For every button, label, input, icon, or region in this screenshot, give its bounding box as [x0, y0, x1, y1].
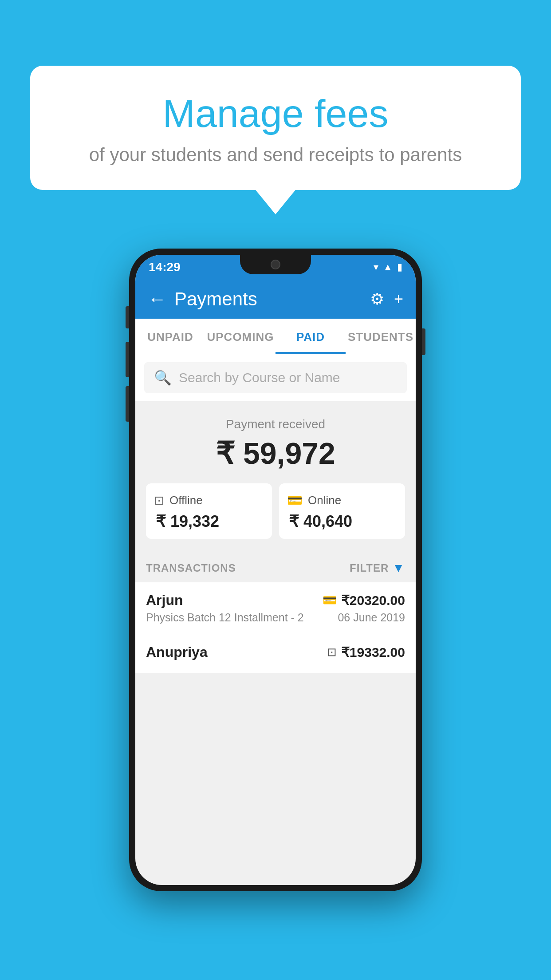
transaction-amount-row: 💳 ₹20320.00 — [323, 593, 405, 608]
phone-side-button-left-1 — [126, 306, 129, 328]
transaction-item-anupriya[interactable]: Anupriya ⊡ ₹19332.00 — [135, 634, 416, 673]
payment-total: ₹ 59,972 — [144, 436, 407, 471]
transaction-amount-arjun: ₹20320.00 — [341, 593, 405, 608]
online-card: 💳 Online ₹ 40,640 — [279, 483, 405, 539]
phone-screen: 14:29 ▾ ▲ ▮ ← Payments ⚙ + UNPAID — [135, 255, 416, 885]
offline-card: ⊡ Offline ₹ 19,332 — [146, 483, 272, 539]
transaction-row2: Physics Batch 12 Installment - 2 06 June… — [146, 611, 405, 624]
transaction-amount-anupriya: ₹19332.00 — [341, 644, 405, 660]
filter-icon: ▼ — [392, 561, 405, 575]
transactions-header: TRANSACTIONS FILTER ▼ — [135, 551, 416, 582]
online-icon: 💳 — [287, 493, 303, 508]
online-label: Online — [308, 494, 341, 507]
transaction-name-anupriya: Anupriya — [146, 644, 208, 660]
phone-outer: 14:29 ▾ ▲ ▮ ← Payments ⚙ + UNPAID — [129, 249, 422, 891]
back-button[interactable]: ← — [148, 288, 166, 310]
online-amount: ₹ 40,640 — [289, 512, 397, 531]
phone-notch — [240, 255, 311, 274]
tab-unpaid[interactable]: UNPAID — [135, 319, 205, 354]
transaction-name-arjun: Arjun — [146, 592, 183, 609]
transaction-row1: Arjun 💳 ₹20320.00 — [146, 592, 405, 609]
transaction-date-arjun: 06 June 2019 — [338, 611, 405, 624]
search-container: 🔍 Search by Course or Name — [135, 354, 416, 401]
app-bar-icons: ⚙ + — [370, 290, 403, 308]
offline-icon: ⊡ — [154, 493, 164, 508]
battery-icon: ▮ — [397, 261, 402, 273]
search-bar[interactable]: 🔍 Search by Course or Name — [144, 362, 407, 393]
payment-label: Payment received — [144, 417, 407, 431]
add-icon[interactable]: + — [394, 290, 403, 308]
tab-paid[interactable]: PAID — [276, 319, 346, 354]
transactions-label: TRANSACTIONS — [146, 562, 236, 574]
filter-button[interactable]: FILTER ▼ — [350, 561, 405, 575]
tab-students[interactable]: STUDENTS — [346, 319, 416, 354]
transaction-course-arjun: Physics Batch 12 Installment - 2 — [146, 611, 304, 624]
tab-upcoming[interactable]: UPCOMING — [205, 319, 276, 354]
phone-wrapper: 14:29 ▾ ▲ ▮ ← Payments ⚙ + UNPAID — [129, 249, 422, 891]
wifi-icon: ▾ — [374, 261, 378, 273]
speech-bubble-subtitle: of your students and send receipts to pa… — [61, 144, 490, 166]
card-icon: 💳 — [323, 593, 337, 607]
phone-side-button-right — [422, 328, 425, 355]
transaction-amount-row-anupriya: ⊡ ₹19332.00 — [327, 644, 405, 660]
phone-side-button-left-3 — [126, 386, 129, 422]
status-time: 14:29 — [149, 260, 181, 274]
transaction-item-arjun[interactable]: Arjun 💳 ₹20320.00 Physics Batch 12 Insta… — [135, 582, 416, 634]
settings-icon[interactable]: ⚙ — [370, 290, 384, 308]
speech-bubble-title: Manage fees — [61, 92, 490, 135]
app-title: Payments — [174, 288, 370, 310]
offline-amount: ₹ 19,332 — [156, 512, 264, 531]
filter-label: FILTER — [350, 562, 389, 574]
status-icons: ▾ ▲ ▮ — [374, 261, 402, 273]
payment-summary: Payment received ₹ 59,972 ⊡ Offline ₹ 19… — [135, 401, 416, 551]
offline-card-header: ⊡ Offline — [154, 493, 264, 508]
phone-side-button-left-2 — [126, 342, 129, 377]
payment-cards: ⊡ Offline ₹ 19,332 💳 Online ₹ 40,640 — [146, 483, 405, 539]
cash-icon: ⊡ — [327, 645, 337, 659]
search-placeholder: Search by Course or Name — [179, 370, 340, 385]
search-icon: 🔍 — [154, 369, 172, 386]
offline-label: Offline — [169, 494, 203, 507]
tabs: UNPAID UPCOMING PAID STUDENTS — [135, 319, 416, 354]
phone-camera — [271, 260, 280, 269]
transaction-row1-anupriya: Anupriya ⊡ ₹19332.00 — [146, 644, 405, 660]
speech-bubble-arrow — [256, 190, 295, 214]
speech-bubble: Manage fees of your students and send re… — [30, 66, 521, 190]
app-bar: ← Payments ⚙ + — [135, 280, 416, 319]
signal-icon: ▲ — [383, 261, 393, 273]
online-card-header: 💳 Online — [287, 493, 397, 508]
speech-bubble-container: Manage fees of your students and send re… — [30, 66, 521, 214]
